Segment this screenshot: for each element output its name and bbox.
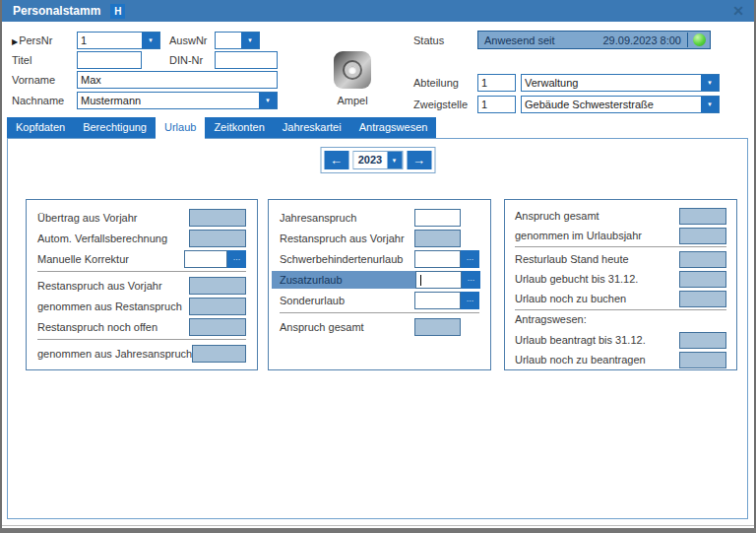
traffic-light-ring [345, 62, 360, 78]
ampel-label: Ampel [326, 95, 379, 106]
titel-input[interactable] [77, 51, 142, 69]
urlaub-noch-zu-buchen-field [679, 291, 726, 307]
zusatzurlaub-ellipsis-button[interactable]: ... [462, 271, 480, 289]
vacation-summary-group: Anspruch gesamt genommen im Urlaubsjahr … [504, 199, 737, 370]
persnr-combobox[interactable]: ▼ [77, 32, 160, 49]
auswnr-combobox[interactable]: ▼ [215, 32, 260, 49]
window-edge-bottom-line [2, 525, 754, 526]
green-led-icon [693, 33, 706, 46]
chevron-down-icon[interactable]: ▼ [259, 93, 277, 108]
next-year-button[interactable]: → [407, 151, 431, 169]
field-row: Manuelle Korrektur ... [37, 250, 246, 268]
field-row: Urlaub beantragt bis 31.12. [515, 331, 726, 349]
abteilung-code-input[interactable] [477, 74, 516, 92]
genommen-aus-jahresanspruch-label: genommen aus Jahresanspruch [37, 348, 192, 360]
zusatzurlaub-field[interactable] [415, 271, 462, 289]
urlaub-gebucht-bis-3112-label: Urlaub gebucht bis 31.12. [515, 273, 679, 285]
urlaub-gebucht-bis-3112-field [679, 271, 726, 288]
autom-verfallsberechnung-field [189, 230, 246, 247]
genommen-aus-jahresanspruch-field [192, 345, 246, 363]
sonderurlaub-label: Sonderurlaub [280, 295, 414, 306]
record-marker-icon: ▶ [12, 37, 18, 46]
field-row: genommen im Urlaubsjahr [515, 227, 726, 244]
restanspruch-aus-vorjahr-2-label: Restanspruch aus Vorjahr [280, 233, 414, 244]
tab-urlaub[interactable]: Urlaub [156, 117, 205, 139]
chevron-down-icon[interactable]: ▼ [142, 33, 159, 48]
abteilung-combobox[interactable]: ▼ [521, 74, 720, 92]
status-label: Status [413, 34, 444, 46]
vorname-input[interactable] [77, 71, 278, 89]
chevron-down-icon[interactable]: ▼ [701, 75, 719, 91]
zweigstelle-combobox[interactable]: ▼ [521, 96, 720, 113]
divider [37, 271, 246, 272]
resturlaub-stand-heute-label: Resturlaub Stand heute [515, 253, 679, 265]
traffic-light-icon[interactable] [334, 51, 371, 89]
header-form: ▶PersNr ▼ AuswNr ▼ Titel DIN-Nr Vorname … [0, 22, 756, 117]
divider [37, 339, 246, 340]
tab-antragswesen[interactable]: Antragswesen [350, 117, 437, 138]
titel-label: Titel [12, 54, 32, 66]
sonderurlaub-field[interactable] [414, 292, 461, 309]
genommen-aus-restanspruch-label: genommen aus Restanspruch [37, 300, 189, 312]
chevron-down-icon[interactable]: ▼ [387, 152, 402, 168]
prev-year-button[interactable]: ← [324, 151, 348, 169]
vorname-label: Vorname [12, 74, 55, 86]
field-row: Schwerbehindertenurlaub ... [280, 250, 479, 268]
tab-jahreskartei[interactable]: Jahreskartei [274, 117, 350, 138]
antragswesen-heading: Antragswesen: [515, 313, 726, 327]
nachname-label: Nachname [12, 95, 64, 106]
field-row: Übertrag aus Vorjahr [37, 209, 246, 227]
manuelle-korrektur-ellipsis-button[interactable]: ... [227, 250, 246, 268]
restanspruch-aus-vorjahr-field [189, 277, 246, 295]
anspruch-gesamt-field [414, 318, 461, 336]
schwerbehindertenurlaub-field[interactable] [414, 250, 461, 268]
nachname-input[interactable] [78, 93, 259, 108]
tab-zeitkonten[interactable]: Zeitkonten [205, 117, 273, 138]
chevron-down-icon[interactable]: ▼ [701, 97, 719, 112]
window-edge-bottom [0, 528, 756, 533]
genommen-im-urlaubsjahr-field [679, 228, 726, 244]
persnr-input[interactable] [78, 33, 142, 48]
field-row: Jahresanspruch [280, 209, 479, 227]
auswnr-input[interactable] [216, 33, 241, 48]
jahresanspruch-field[interactable] [414, 209, 461, 227]
year-combobox[interactable]: 2023 ▼ [352, 151, 403, 169]
tab-berechtigung[interactable]: Berechtigung [74, 117, 156, 138]
field-row: Restanspruch noch offen [37, 318, 246, 336]
urlaub-tab-panel: ← 2023 ▼ → Übertrag aus Vorjahr Autom. V… [7, 138, 748, 519]
divider [515, 309, 726, 310]
field-row: Anspruch gesamt [515, 207, 726, 225]
jahresanspruch-label: Jahresanspruch [280, 212, 414, 224]
divider [280, 312, 479, 313]
zweigstelle-name-input[interactable] [522, 97, 701, 112]
restanspruch-aus-vorjahr-label: Restanspruch aus Vorjahr [37, 280, 189, 292]
text-cursor [420, 275, 421, 286]
urlaub-noch-zu-beantragen-label: Urlaub noch zu beantragen [515, 354, 679, 366]
urlaub-beantragt-bis-3112-field [679, 332, 726, 349]
genommen-aus-restanspruch-field [189, 298, 246, 315]
schwerbehindertenurlaub-ellipsis-button[interactable]: ... [461, 250, 479, 268]
chevron-down-icon[interactable]: ▼ [241, 33, 259, 48]
zusatzurlaub-label: Zusatzurlaub [280, 274, 415, 286]
urlaub-noch-zu-beantragen-field [679, 352, 726, 368]
status-separator [687, 33, 688, 47]
zusatzurlaub-row-selected: Zusatzurlaub ... [272, 271, 480, 289]
close-icon[interactable]: ✕ [732, 3, 744, 19]
dinnr-input[interactable] [215, 51, 278, 69]
arrow-right-icon: → [412, 153, 425, 167]
autom-verfallsberechnung-label: Autom. Verfallsberechnung [37, 233, 189, 244]
dinnr-label: DIN-Nr [169, 54, 203, 66]
abteilung-name-input[interactable] [522, 75, 701, 91]
year-navigator: ← 2023 ▼ → [320, 147, 435, 173]
field-row: Anspruch gesamt [280, 318, 479, 336]
sonderurlaub-ellipsis-button[interactable]: ... [461, 292, 479, 309]
year-value[interactable]: 2023 [353, 152, 387, 168]
zweigstelle-code-input[interactable] [477, 96, 516, 113]
nachname-combobox[interactable]: ▼ [77, 92, 278, 109]
tab-kopfdaten[interactable]: Kopfdaten [7, 117, 74, 138]
anspruch-gesamt-2-label: Anspruch gesamt [515, 210, 679, 222]
manuelle-korrektur-field[interactable] [184, 250, 227, 268]
field-row: Autom. Verfallsberechnung [37, 230, 246, 247]
abteilung-label: Abteilung [413, 77, 459, 89]
resturlaub-stand-heute-field [679, 251, 726, 268]
